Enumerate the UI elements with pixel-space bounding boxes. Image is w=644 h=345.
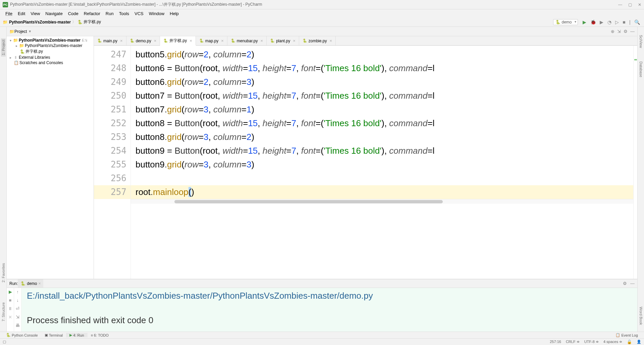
- minimize-button[interactable]: —: [618, 2, 622, 7]
- status-line-separator[interactable]: CRLF ≑: [566, 340, 580, 344]
- menu-window[interactable]: Window: [146, 11, 167, 16]
- menu-edit[interactable]: Edit: [15, 11, 28, 16]
- tool-window-wordbook[interactable]: Word Book: [639, 307, 643, 325]
- menu-run[interactable]: Run: [103, 11, 116, 16]
- breadcrumb-file[interactable]: 井字棋.py: [84, 19, 101, 25]
- close-icon[interactable]: ×: [38, 281, 41, 286]
- bottom-tool-strip: 🐍Python Console ▣Terminal ▶4: Run ≡6: TO…: [0, 332, 644, 338]
- code-line[interactable]: button9 = Button(root, width=15, height=…: [136, 144, 633, 158]
- close-icon[interactable]: ×: [329, 38, 332, 43]
- menu-help[interactable]: Help: [167, 11, 181, 16]
- profile-button[interactable]: ◔: [606, 19, 613, 25]
- project-panel-title[interactable]: Project: [14, 29, 27, 34]
- run-tab[interactable]: 🐍 demo ×: [18, 279, 43, 288]
- collapse-all-button[interactable]: ⇲: [617, 29, 621, 34]
- print-button[interactable]: 🖶: [15, 323, 20, 328]
- debug-button[interactable]: 🐞: [589, 19, 597, 25]
- inspector-icon[interactable]: 👤: [637, 340, 641, 344]
- run-button[interactable]: ▶: [581, 19, 588, 25]
- code-line[interactable]: button6.grid(row=2, column=3): [136, 75, 633, 89]
- tool-window-favorites[interactable]: 2: Favorites: [1, 263, 5, 282]
- run-with-coverage-button[interactable]: ▶: [598, 19, 605, 25]
- maximize-button[interactable]: ▢: [628, 2, 632, 7]
- menu-refactor[interactable]: Refactor: [81, 11, 103, 16]
- close-icon[interactable]: ×: [154, 38, 157, 43]
- menu-code[interactable]: Code: [65, 11, 81, 16]
- hide-button[interactable]: —: [630, 29, 635, 34]
- todo-tab[interactable]: ≡6: TODO: [88, 333, 112, 337]
- hide-button[interactable]: —: [630, 281, 635, 286]
- close-icon[interactable]: ×: [221, 38, 224, 43]
- expand-arrow-icon[interactable]: ▸: [14, 44, 19, 48]
- exit-button[interactable]: ⤫: [8, 314, 12, 319]
- breadcrumb-project[interactable]: PythonPlantsVsZombies-master: [9, 20, 71, 24]
- code-line[interactable]: button8.grid(row=3, column=2): [136, 130, 633, 144]
- status-indent[interactable]: 4 spaces ≑: [603, 340, 622, 344]
- expand-arrow-icon[interactable]: ▾: [8, 39, 13, 42]
- run-config-selector[interactable]: 🐍 demo: [553, 19, 578, 25]
- editor-tab[interactable]: 🐍menubar.py×: [227, 36, 267, 45]
- close-icon[interactable]: ×: [120, 38, 123, 43]
- close-icon[interactable]: ×: [261, 38, 263, 43]
- pause-button[interactable]: ⏸: [8, 306, 12, 311]
- soft-wrap-button[interactable]: ⏎: [16, 306, 19, 311]
- run-tab-bottom[interactable]: ▶4: Run: [66, 333, 87, 337]
- editor-tab[interactable]: 🐍map.py×: [196, 36, 227, 45]
- tool-window-project[interactable]: 1: Project: [1, 38, 6, 56]
- settings-icon[interactable]: ⚙: [624, 29, 628, 34]
- menu-vcs[interactable]: VCS: [132, 11, 146, 16]
- menu-view[interactable]: View: [28, 11, 43, 16]
- code-line[interactable]: button7.grid(row=3, column=1): [136, 103, 633, 116]
- rerun-button[interactable]: ▶: [9, 289, 12, 294]
- tool-window-database[interactable]: Database: [639, 61, 643, 77]
- code-line[interactable]: button9.grid(row=3, column=3): [136, 158, 633, 171]
- tree-subfolder[interactable]: PythonPlantsVsZombies-master: [25, 43, 82, 48]
- status-cursor-position[interactable]: 257:16: [550, 340, 561, 344]
- code-line[interactable]: button5.grid(row=2, column=2): [136, 48, 633, 61]
- scroll-to-end-button[interactable]: ⇲: [16, 314, 19, 319]
- tool-window-structure[interactable]: 7: Structure: [1, 302, 5, 322]
- editor-tab[interactable]: 🐍井字棋.py×: [160, 36, 196, 46]
- stop-button[interactable]: ■: [9, 298, 12, 303]
- attach-debugger-button[interactable]: ▷: [614, 19, 620, 25]
- editor-tab[interactable]: 🐍plant.py×: [267, 36, 299, 45]
- tree-scratches[interactable]: Scratches and Consoles: [19, 60, 63, 65]
- menu-file[interactable]: File: [3, 11, 15, 16]
- code-line[interactable]: button8 = Button(root, width=15, height=…: [136, 116, 633, 130]
- close-icon[interactable]: ×: [190, 38, 192, 43]
- search-everywhere-button[interactable]: 🔍: [633, 19, 641, 25]
- code-line[interactable]: root.mainloop(): [131, 185, 633, 199]
- error-stripe[interactable]: [633, 46, 637, 279]
- tree-external-libraries[interactable]: External Libraries: [19, 55, 50, 60]
- editor-tab[interactable]: 🐍zombie.py×: [299, 36, 336, 45]
- code-line[interactable]: button7 = Button(root, width=15, height=…: [136, 89, 633, 103]
- code-line[interactable]: button6 = Button(root, width=15, height=…: [136, 61, 633, 75]
- python-console-tab[interactable]: 🐍Python Console: [3, 333, 41, 337]
- settings-icon[interactable]: ⚙: [623, 281, 627, 286]
- expand-arrow-icon[interactable]: ▸: [8, 56, 13, 59]
- close-icon[interactable]: ×: [293, 38, 296, 43]
- console-output[interactable]: E:/install_back/PythonPlantsVsZombies-ma…: [21, 288, 637, 332]
- event-log-tab[interactable]: 📋Event Log: [612, 333, 641, 337]
- lock-icon[interactable]: 🔓: [627, 340, 632, 344]
- tool-window-sciview[interactable]: SciView: [639, 35, 643, 48]
- tree-root[interactable]: PythonPlantsVsZombies-master: [19, 38, 80, 43]
- stop-button[interactable]: ■: [621, 19, 627, 25]
- down-button[interactable]: ↓: [16, 298, 19, 303]
- editor-tab[interactable]: 🐍main.py×: [94, 36, 126, 45]
- status-encoding[interactable]: UTF-8 ≑: [584, 340, 599, 344]
- chevron-down-icon[interactable]: ▼: [28, 30, 32, 33]
- code-line[interactable]: [136, 171, 633, 185]
- code-editor[interactable]: 247248249250251252253254255256257 button…: [94, 46, 637, 279]
- editor-tab[interactable]: 🐍demo.py×: [126, 36, 160, 45]
- menu-navigate[interactable]: Navigate: [43, 11, 65, 16]
- horizontal-scrollbar[interactable]: [131, 199, 633, 204]
- locate-file-button[interactable]: ⊕: [611, 29, 614, 34]
- project-tree[interactable]: ▾ 📁 PythonPlantsVsZombies-master E:\i ▸ …: [7, 36, 94, 279]
- close-button[interactable]: ✕: [638, 2, 641, 7]
- status-icon[interactable]: ▢: [3, 340, 6, 344]
- up-button[interactable]: ↑: [16, 289, 19, 294]
- terminal-tab[interactable]: ▣Terminal: [41, 333, 66, 337]
- tree-file[interactable]: 井字棋.py: [25, 49, 43, 54]
- menu-tools[interactable]: Tools: [116, 11, 132, 16]
